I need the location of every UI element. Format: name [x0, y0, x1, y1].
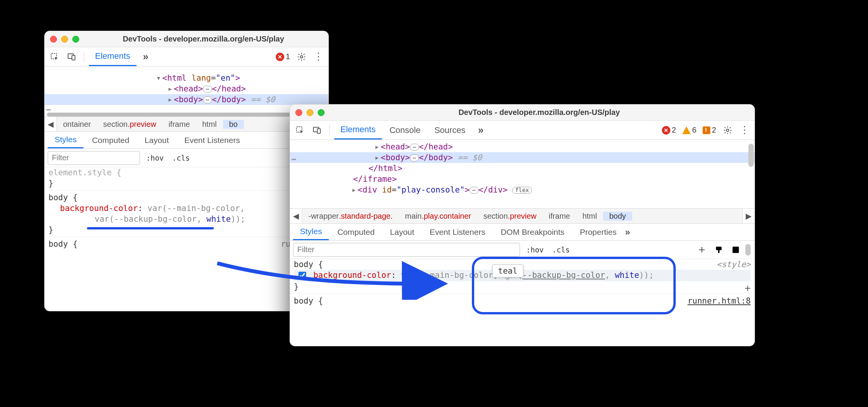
tab-elements[interactable]: Elements [334, 121, 382, 140]
crumb-section-preview[interactable]: section.preview [97, 120, 162, 129]
tab-elements[interactable]: Elements [89, 47, 137, 66]
subtab-styles[interactable]: Styles [48, 132, 83, 148]
warning-badge[interactable]: 6 [680, 126, 699, 135]
dom-body-selected[interactable]: ▸<body>⋯</body> == $0 [290, 152, 755, 163]
titlebar[interactable]: DevTools - developer.mozilla.org/en-US/p… [290, 105, 755, 121]
minimize-window-button[interactable] [61, 36, 68, 43]
new-style-rule-plus-icon[interactable]: + [695, 243, 708, 256]
dom-head[interactable]: ▸<head>⋯</head> [290, 141, 755, 152]
rule-body-2[interactable]: body { runner.html:8 [294, 296, 751, 306]
styles-rules[interactable]: element.style { } body { <st background-… [45, 167, 328, 311]
subtab-computed[interactable]: Computed [85, 132, 136, 148]
dom-tree[interactable]: ▾<html lang="en"> ▸<head>⋯</head> ▸<body… [45, 66, 328, 116]
dom-body-selected[interactable]: ▸<body>⋯</body> == $0 [45, 94, 328, 105]
crumb-iframe[interactable]: iframe [543, 212, 576, 221]
rule-source-style[interactable]: <style> [716, 260, 751, 269]
cls-button[interactable]: .cls [550, 245, 572, 255]
dom-head[interactable]: ▸<head>⋯</head> [45, 83, 328, 94]
crumb-main-play[interactable]: main.play.container [399, 212, 477, 221]
breadcrumb-left-caret[interactable]: ◀ [45, 117, 57, 131]
kebab-menu-icon[interactable]: ⋮ [737, 123, 752, 138]
main-toolbar: Elements Console Sources » ✕ 2 6 2 ⋮ [290, 121, 755, 140]
breadcrumb-left-caret[interactable]: ◀ [290, 209, 302, 223]
breadcrumb: ◀ ontainer section.preview iframe html b… [45, 116, 328, 132]
dom-html-close: </html> [290, 163, 755, 174]
rule-close-brace: }+ [294, 281, 751, 292]
property-toggle-checkbox[interactable] [298, 272, 306, 279]
rule-close-brace-2: } [48, 224, 325, 235]
filter-input[interactable] [48, 151, 140, 165]
subtab-computed[interactable]: Computed [330, 224, 382, 240]
cls-button[interactable]: .cls [170, 153, 192, 163]
zoom-window-button[interactable] [72, 36, 79, 43]
more-tabs-icon[interactable]: » [473, 123, 488, 138]
crumb-section-preview[interactable]: section.preview [477, 212, 543, 221]
error-count: 1 [286, 52, 290, 61]
dom-html[interactable]: ▾<html lang="en"> [45, 73, 328, 83]
subtab-dom-breakpoints[interactable]: DOM Breakpoints [494, 224, 571, 240]
flex-badge[interactable]: flex [512, 187, 531, 194]
error-badge[interactable]: ✕ 2 [660, 126, 678, 135]
rule-body[interactable]: body { <st [48, 192, 325, 203]
inspect-element-icon[interactable] [292, 123, 308, 138]
dom-tree[interactable]: ▸<head>⋯</head> ▸<body>⋯</body> == $0 </… [290, 140, 755, 208]
svg-rect-10 [716, 246, 722, 250]
kebab-menu-icon[interactable]: ⋮ [311, 49, 326, 65]
tab-console[interactable]: Console [383, 121, 427, 140]
vertical-scrollbar[interactable] [748, 144, 754, 167]
dom-ellipsis-icon[interactable]: ⋯ [292, 154, 296, 208]
computed-sidebar-toggle-icon[interactable] [729, 243, 742, 256]
minimize-window-button[interactable] [307, 109, 313, 116]
traffic-lights [50, 36, 79, 43]
crumb-body-trunc[interactable]: bo [223, 120, 244, 129]
settings-gear-icon[interactable] [294, 49, 309, 65]
titlebar[interactable]: DevTools - developer.mozilla.org/en-US/p… [45, 31, 328, 47]
more-tabs-icon[interactable]: » [138, 49, 153, 65]
dom-div-play-console[interactable]: ▸<div id="play-console">⋯</div> flex [290, 184, 755, 195]
dom-iframe-close: </iframe> [290, 174, 755, 184]
rule-background-color[interactable]: background-color: var(--main-bg-color, [48, 203, 325, 214]
crumb-body[interactable]: body [603, 212, 632, 221]
device-toolbar-icon[interactable] [64, 49, 79, 65]
subtab-properties[interactable]: Properties [573, 224, 624, 240]
close-window-button[interactable] [295, 109, 302, 116]
info-badge[interactable]: 2 [700, 126, 718, 135]
subtab-event-listeners[interactable]: Event Listeners [423, 224, 492, 240]
close-window-button[interactable] [50, 36, 57, 43]
hov-button[interactable]: :hov [144, 153, 166, 163]
vertical-scrollbar[interactable] [745, 244, 751, 256]
hov-button[interactable]: :hov [524, 245, 546, 255]
inspect-element-icon[interactable] [47, 49, 62, 65]
rule-background-color-line2[interactable]: var(--backup-bg-color, white)); [48, 214, 325, 224]
css-var-backup-link[interactable]: --backup-bg-color [522, 271, 605, 280]
subtab-layout[interactable]: Layout [383, 224, 421, 240]
breadcrumb-right-caret[interactable]: ▶ [742, 209, 755, 223]
styles-filter-row: :hov .cls + [290, 241, 755, 259]
error-badge[interactable]: ✕ 1 [273, 52, 292, 61]
settings-gear-icon[interactable] [720, 123, 735, 138]
more-subtabs-icon[interactable]: » [625, 227, 630, 238]
paint-brush-icon[interactable] [712, 243, 725, 256]
zoom-window-button[interactable] [318, 109, 325, 116]
device-toolbar-icon[interactable] [309, 123, 325, 138]
rule-source-runner-link[interactable]: runner.html:8 [688, 296, 751, 306]
add-property-plus-icon[interactable]: + [745, 282, 751, 294]
crumb-html[interactable]: html [576, 212, 603, 221]
crumb-iframe[interactable]: iframe [162, 120, 196, 129]
svg-point-9 [726, 129, 729, 131]
devtools-window-left: DevTools - developer.mozilla.org/en-US/p… [44, 31, 329, 311]
subtab-event-listeners[interactable]: Event Listeners [177, 132, 247, 148]
filter-input[interactable] [293, 243, 520, 257]
crumb-wrapper-trunc[interactable]: -wrapper.standard-page. [302, 212, 399, 221]
subtab-layout[interactable]: Layout [138, 132, 176, 148]
tab-sources[interactable]: Sources [428, 121, 471, 140]
rule-element-style-trunc[interactable]: element.style { [48, 167, 325, 178]
subtab-styles[interactable]: Styles [293, 224, 329, 240]
svg-rect-12 [733, 246, 739, 253]
crumb-container-trunc[interactable]: ontainer [57, 120, 97, 129]
breadcrumb: ◀ -wrapper.standard-page. main.play.cont… [290, 208, 755, 224]
crumb-html[interactable]: html [196, 120, 223, 129]
error-icon: ✕ [662, 126, 670, 135]
rule-body-2-trunc[interactable]: body { runner.ht [48, 239, 325, 249]
horizontal-scrollbar[interactable] [47, 113, 326, 116]
